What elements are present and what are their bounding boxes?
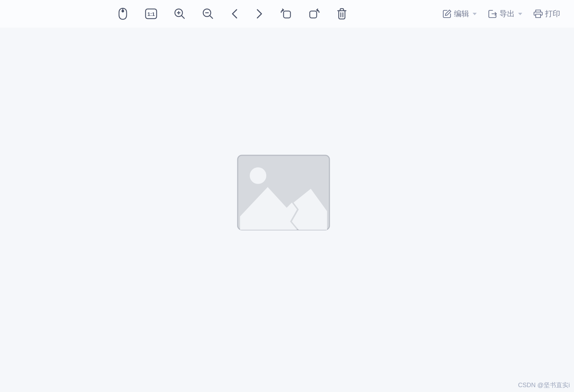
watermark-text: CSDN @坚书直实i <box>518 381 570 389</box>
zoom-out-button[interactable] <box>202 8 214 20</box>
chevron-down-icon <box>473 13 477 15</box>
one-to-one-icon: 1:1 <box>145 8 157 19</box>
export-icon <box>488 9 497 19</box>
mouse-tool-button[interactable] <box>117 8 128 20</box>
rotate-left-button[interactable] <box>280 8 292 19</box>
zoom-in-button[interactable] <box>174 8 186 20</box>
svg-text:1:1: 1:1 <box>147 11 155 17</box>
svg-rect-11 <box>284 11 290 18</box>
trash-icon <box>337 8 347 20</box>
svg-rect-12 <box>310 11 317 18</box>
toolbar-left-group: 1:1 <box>7 8 347 20</box>
edit-button[interactable]: 编辑 <box>442 9 477 19</box>
delete-button[interactable] <box>337 8 347 20</box>
svg-rect-17 <box>536 14 541 18</box>
svg-point-1 <box>122 10 124 12</box>
next-button[interactable] <box>255 8 264 19</box>
print-button[interactable]: 打印 <box>533 9 560 19</box>
svg-point-19 <box>250 167 266 184</box>
print-label: 打印 <box>545 9 560 19</box>
chevron-left-icon <box>230 8 239 19</box>
rotate-right-button[interactable] <box>308 8 320 19</box>
actual-size-button[interactable]: 1:1 <box>145 8 157 19</box>
broken-image-icon <box>237 154 330 231</box>
svg-line-5 <box>181 16 185 19</box>
mouse-icon <box>117 8 128 20</box>
rotate-right-icon <box>308 8 320 19</box>
rotate-left-icon <box>280 8 292 19</box>
broken-image-placeholder <box>237 154 330 231</box>
zoom-out-icon <box>202 8 214 20</box>
svg-line-9 <box>210 16 213 19</box>
chevron-down-icon <box>518 13 522 15</box>
previous-button[interactable] <box>230 8 239 19</box>
toolbar: 1:1 <box>0 0 574 28</box>
zoom-in-icon <box>174 8 186 20</box>
edit-icon <box>442 9 452 19</box>
chevron-right-icon <box>255 8 264 19</box>
print-icon <box>533 9 543 19</box>
edit-label: 编辑 <box>454 9 469 19</box>
export-label: 导出 <box>499 9 515 19</box>
toolbar-right-group: 编辑 导出 打印 <box>442 9 567 19</box>
export-button[interactable]: 导出 <box>488 9 522 19</box>
canvas-area: CSDN @坚书直实i <box>0 28 574 392</box>
